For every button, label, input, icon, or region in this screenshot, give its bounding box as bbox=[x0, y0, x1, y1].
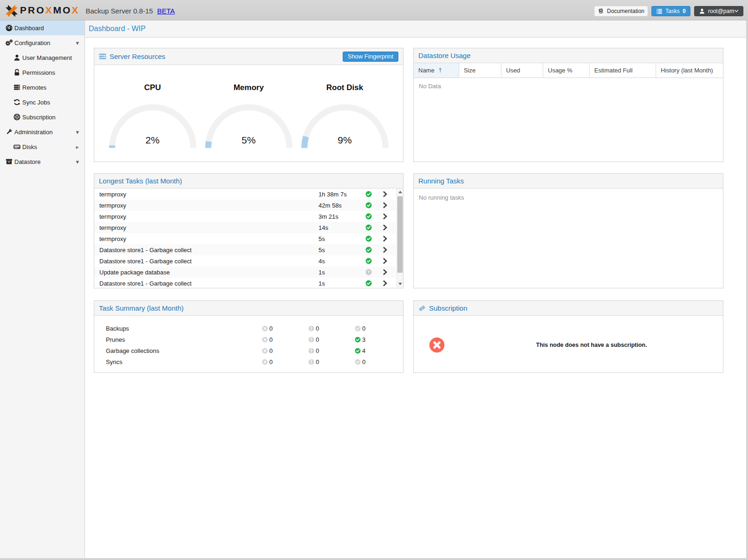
subscription-panel: Subscription This node does not have a s… bbox=[413, 300, 723, 373]
status-ok-icon: ? bbox=[365, 258, 372, 264]
column-header-estimated-full[interactable]: Estimated Full bbox=[590, 63, 656, 78]
book-icon bbox=[598, 8, 604, 14]
proxmox-logo: PROXMOX bbox=[5, 5, 79, 17]
column-header-size[interactable]: Size bbox=[459, 63, 501, 78]
open-task-chevron[interactable] bbox=[377, 246, 392, 254]
column-header-history[interactable]: History (last Month) bbox=[656, 63, 723, 78]
longest-tasks-list: termproxy 1h 38m 7s ? termproxy 42m 58s … bbox=[94, 189, 403, 287]
user-menu-button[interactable]: root@pam bbox=[694, 6, 743, 16]
running-tasks-header: Running Tasks bbox=[414, 174, 723, 189]
task-row[interactable]: termproxy 1h 38m 7s ? bbox=[94, 189, 396, 200]
dashboard-icon bbox=[5, 24, 13, 32]
longest-tasks-panel: Longest Tasks (last Month) termproxy 1h … bbox=[94, 173, 403, 288]
warning-count-icon bbox=[308, 326, 314, 332]
sidebar-item-administration[interactable]: Administration ▾ bbox=[0, 124, 85, 139]
sidebar-item-dashboard[interactable]: Dashboard bbox=[0, 20, 85, 35]
top-bar: PROXMOX Backup Server 0.8-15 BETA Docume… bbox=[0, 0, 748, 20]
warning-count-icon bbox=[308, 337, 314, 343]
sort-ascending-icon: ↑ bbox=[438, 64, 443, 78]
task-row[interactable]: termproxy 3m 21s ? bbox=[94, 211, 396, 222]
sidebar: Dashboard bbox=[0, 20, 85, 558]
memory-gauge: Memory 5% bbox=[201, 84, 297, 148]
unlock-icon bbox=[13, 69, 21, 76]
caret-right-icon[interactable]: ▸ bbox=[76, 143, 79, 150]
ok-count-icon bbox=[355, 359, 361, 365]
open-task-chevron[interactable] bbox=[377, 257, 392, 265]
wrench-icon bbox=[5, 128, 13, 136]
status-ok-icon: ? bbox=[365, 235, 372, 242]
cpu-gauge-value: 2% bbox=[109, 135, 196, 146]
ok-count-icon bbox=[355, 337, 361, 343]
open-task-chevron[interactable] bbox=[377, 280, 392, 287]
warning-count-icon bbox=[308, 348, 314, 354]
proxmox-wordmark: PROXMOX bbox=[20, 5, 79, 16]
no-running-tasks-text: No running tasks bbox=[414, 189, 723, 201]
status-ok-icon: ? bbox=[365, 202, 372, 208]
error-count-icon bbox=[262, 359, 268, 365]
open-task-chevron[interactable] bbox=[377, 190, 392, 198]
tasks-button[interactable]: Tasks 0 bbox=[651, 6, 690, 16]
task-row[interactable]: termproxy 14s ? bbox=[94, 222, 396, 233]
no-data-text: No Data bbox=[414, 78, 723, 90]
column-header-usage-pct[interactable]: Usage % bbox=[543, 63, 590, 78]
task-row[interactable]: Update package database 1s ? bbox=[94, 267, 396, 278]
user-icon bbox=[699, 8, 705, 14]
scroll-up-arrow-icon[interactable] bbox=[398, 191, 402, 193]
column-header-used[interactable]: Used bbox=[501, 63, 543, 78]
tasks-count-badge: 0 bbox=[683, 8, 686, 14]
scrollbar-thumb[interactable] bbox=[397, 196, 403, 273]
ticket-icon bbox=[418, 305, 426, 312]
datastore-usage-panel: Datastore Usage Name ↑ Size Used Usage %… bbox=[413, 48, 723, 162]
status-ok-icon: ? bbox=[365, 224, 372, 231]
error-count-icon bbox=[262, 337, 268, 343]
sidebar-item-subscription[interactable]: Subscription bbox=[0, 110, 85, 124]
status-ok-icon: ? bbox=[365, 280, 372, 287]
open-task-chevron[interactable] bbox=[377, 202, 392, 209]
task-summary-header: Task Summary (last Month) bbox=[94, 301, 403, 316]
task-row[interactable]: Datastore store1 - Garbage collect 5s ? bbox=[94, 244, 396, 255]
sidebar-item-user-management[interactable]: User Management bbox=[0, 50, 85, 65]
open-task-chevron[interactable] bbox=[377, 224, 392, 231]
subscription-message: This node does not have a subscription. bbox=[460, 342, 723, 348]
column-header-name[interactable]: Name ↑ bbox=[414, 63, 459, 78]
gears-icon bbox=[5, 39, 13, 46]
no-subscription-icon bbox=[429, 337, 445, 353]
svg-text:?: ? bbox=[367, 269, 370, 274]
sidebar-item-datastore[interactable]: Datastore ▾ bbox=[0, 154, 85, 169]
open-task-chevron[interactable] bbox=[377, 213, 392, 220]
cpu-gauge: CPU 2% bbox=[104, 84, 201, 148]
open-task-chevron[interactable] bbox=[377, 268, 392, 276]
task-row[interactable]: Datastore store1 - Garbage collect 4s ? bbox=[94, 255, 396, 267]
documentation-button[interactable]: Documentation bbox=[594, 6, 648, 16]
status-ok-icon: ? bbox=[365, 213, 372, 220]
task-row[interactable]: termproxy 42m 58s ? bbox=[94, 200, 396, 211]
open-task-chevron[interactable] bbox=[377, 235, 392, 242]
archive-icon bbox=[5, 158, 13, 165]
server-lines-icon bbox=[99, 53, 106, 60]
root-disk-gauge-value: 9% bbox=[301, 135, 389, 146]
root-disk-gauge: Root Disk 9% bbox=[297, 84, 393, 148]
sidebar-item-permissions[interactable]: Permissions bbox=[0, 65, 85, 80]
hdd-icon bbox=[13, 143, 21, 150]
vertical-scrollbar[interactable] bbox=[397, 189, 403, 287]
sidebar-item-configuration[interactable]: Configuration ▾ bbox=[0, 35, 85, 50]
caret-down-icon[interactable]: ▾ bbox=[76, 39, 79, 46]
caret-down-icon[interactable]: ▾ bbox=[76, 158, 79, 165]
error-count-icon bbox=[262, 348, 268, 354]
subscription-header: Subscription bbox=[414, 301, 723, 316]
sidebar-item-sync-jobs[interactable]: Sync Jobs bbox=[0, 95, 85, 110]
sidebar-item-remotes[interactable]: Remotes bbox=[0, 80, 85, 95]
scroll-down-arrow-icon[interactable] bbox=[398, 283, 402, 285]
ok-count-icon bbox=[355, 326, 361, 332]
task-row[interactable]: termproxy 5s ? bbox=[94, 233, 396, 244]
running-tasks-panel: Running Tasks No running tasks bbox=[413, 173, 723, 288]
caret-down-icon[interactable]: ▾ bbox=[76, 129, 79, 136]
longest-tasks-header: Longest Tasks (last Month) bbox=[94, 174, 403, 189]
beta-link[interactable]: BETA bbox=[157, 7, 175, 15]
chevron-down-icon bbox=[734, 9, 739, 13]
show-fingerprint-button[interactable]: Show Fingerprint bbox=[343, 52, 398, 62]
sync-icon bbox=[13, 98, 21, 106]
sidebar-item-disks[interactable]: Disks ▸ bbox=[0, 139, 85, 154]
summary-row: Prunes 0 0 3 bbox=[94, 334, 403, 345]
task-row[interactable]: Datastore store1 - Garbage collect 1s ? bbox=[94, 278, 396, 287]
